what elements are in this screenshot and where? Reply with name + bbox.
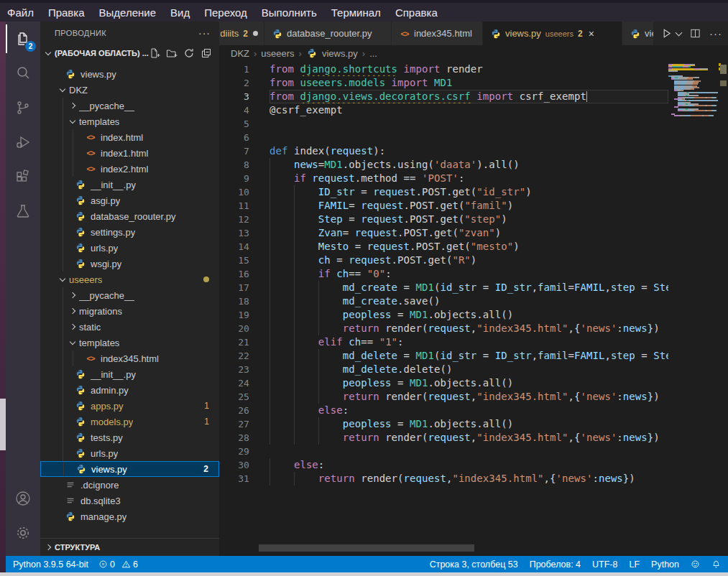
activity-run-debug-button[interactable] [6,125,40,159]
code-line-14[interactable]: 14 Mesto = request.POST.get("mesto") [219,240,668,254]
tree-item-index-html[interactable]: <>index.html [40,129,219,145]
code-line-18[interactable]: 18 md_create.save() [219,294,668,308]
explorer-more-actions-icon[interactable]: ··· [198,27,211,39]
new-file-icon[interactable] [149,47,160,59]
run-button[interactable] [661,28,672,39]
tree-item-models-py[interactable]: models.py1 [40,414,219,429]
tree-item-tests-py[interactable]: tests.py [40,429,219,445]
tree-item-index1-html[interactable]: <>index1.html [40,145,219,161]
code-line-22[interactable]: 22 md_delete = MD1(id_str = ID_str,famil… [219,349,668,363]
activity-account-button[interactable] [6,481,40,516]
menu-item-2[interactable]: Правка [41,4,92,22]
tree-item--init-py[interactable]: __init__.py [40,366,219,382]
minimap[interactable] [668,64,719,116]
activity-extensions-button[interactable] [6,159,40,194]
activity-search-button[interactable] [6,56,40,90]
tree-item-migrations[interactable]: migrations [40,303,219,319]
tab-diiits[interactable]: diiits2 [219,22,264,45]
code-line-3[interactable]: 3from django.views.decorators.csrf impor… [219,90,668,103]
cursor-position[interactable]: Строка 3, столбец 53 [430,559,518,570]
new-folder-icon[interactable] [166,47,178,59]
encoding[interactable]: UTF-8 [592,559,617,570]
collapse-folders-icon[interactable] [201,47,212,59]
tree-item--pycache-[interactable]: __pycache__ [40,287,219,303]
breadcrumb-item[interactable]: views.py [322,48,358,59]
tree-item-index345-html[interactable]: <>index345.html [40,350,219,366]
outline-section-header[interactable]: СТРУКТУРА [40,538,219,556]
close-icon[interactable]: × [589,29,594,39]
code-line-4[interactable]: 4@csrf_exempt [219,103,668,117]
code-line-29[interactable]: 29 [219,445,668,458]
horizontal-scrollbar[interactable] [259,544,474,552]
tab-index345-html[interactable]: <>index345.html [392,22,483,45]
refresh-explorer-icon[interactable] [183,47,195,59]
tree-item-views-py[interactable]: views.py2 [40,461,219,477]
code-line-26[interactable]: 26 else: [219,404,668,417]
tree-item-dkz[interactable]: DKZ [40,82,219,98]
breadcrumb-item[interactable]: useeers [261,48,294,59]
tree-item-urls-py[interactable]: urls.py [40,240,219,256]
code-line-1[interactable]: 1from django.shortcuts import render [219,62,668,76]
breadcrumb-item[interactable]: DKZ [231,48,249,59]
tree-item-urls-py[interactable]: urls.py [40,445,219,461]
python-interpreter[interactable]: Python 3.9.5 64-bit [13,559,88,570]
menu-item-8[interactable]: Справка [388,4,445,22]
activity-source-control-button[interactable] [6,90,40,125]
tree-item-admin-py[interactable]: admin.py [40,382,219,398]
tab-vie[interactable]: vie [622,22,654,45]
code-line-24[interactable]: 24 peopless = MD1.objects.all() [219,376,668,390]
workspace-section-header[interactable]: (РАБОЧАЯ ОБЛАСТЬ) ... [40,45,219,62]
activity-explorer-button[interactable]: 2 [6,22,40,56]
tree-item--pycache-[interactable]: __pycache__ [40,98,219,113]
tree-item-useeers[interactable]: useeers [40,271,219,287]
notifications[interactable] [711,559,721,569]
tree-item-manage-py[interactable]: manage.py [40,508,219,524]
code-line-17[interactable]: 17 md_create = MD1(id_str = ID_str,famil… [219,281,668,294]
tab-views-py[interactable]: views.pyuseeers2× [483,22,622,45]
code-line-5[interactable]: 5 [219,117,668,131]
code-line-23[interactable]: 23 md_delete.delete() [219,363,668,376]
code-line-7[interactable]: 7def index(request): [219,144,668,158]
code-line-6[interactable]: 6 [219,131,668,144]
code-area[interactable]: 1from django.shortcuts import render2fro… [219,62,668,486]
code-line-10[interactable]: 10 ID_str = request.POST.get("id_str") [219,185,668,199]
menu-item-1[interactable]: Файл [0,4,41,22]
code-line-20[interactable]: 20 return render(request,"index345.html"… [219,322,668,335]
code-line-16[interactable]: 16 if ch== "0": [219,267,668,281]
tree-item-apps-py[interactable]: apps.py1 [40,398,219,414]
chevron-down-icon[interactable] [676,29,683,37]
code-line-11[interactable]: 11 FAMIL= request.POST.get("famil") [219,199,668,213]
tree-item-templates[interactable]: templates [40,113,219,129]
code-line-12[interactable]: 12 Step = request.POST.get("step") [219,213,668,226]
code-line-15[interactable]: 15 ch = request.POST.get("R") [219,254,668,267]
menu-item-6[interactable]: Выполнить [254,4,324,22]
code-line-8[interactable]: 8 news=MD1.objects.using('daata').all() [219,158,668,172]
code-line-31[interactable]: 31 return render(request,"index345.html"… [219,472,668,486]
code-line-30[interactable]: 30 else: [219,458,668,472]
code-line-13[interactable]: 13 Zvan= request.POST.get("zvan") [219,226,668,240]
editor-content[interactable]: 1from django.shortcuts import render2fro… [219,61,728,556]
activity-settings-button[interactable] [6,516,40,550]
feedback[interactable] [691,559,700,569]
code-line-2[interactable]: 2from useeers.models import MD1 [219,76,668,90]
tree-item-static[interactable]: static [40,319,219,335]
tree-item-index2-html[interactable]: <>index2.html [40,161,219,177]
more-actions-icon[interactable]: ··· [709,27,722,40]
menu-item-7[interactable]: Терминал [324,4,388,22]
tree-item--dcignore[interactable]: .dcignore [40,477,219,493]
code-line-28[interactable]: 28 return render(request,"index345.html"… [219,431,668,445]
language-mode[interactable]: Python [651,559,679,570]
tree-item-database-roouter-py[interactable]: database_roouter.py [40,208,219,224]
menu-item-3[interactable]: Выделение [92,4,163,22]
breadcrumb-item[interactable]: ... [369,48,377,59]
tab-database-roouter-py[interactable]: database_roouter.py [264,22,392,45]
indentation[interactable]: Пробелов: 4 [530,559,581,570]
menu-item-4[interactable]: Вид [163,4,197,22]
tree-item-views-py[interactable]: views.py [40,66,219,82]
tree-item-settings-py[interactable]: settings.py [40,224,219,240]
problems-status[interactable]: 06 [98,559,138,570]
eol[interactable]: LF [629,559,640,570]
tree-item-db-sqlite3[interactable]: db.sqlite3 [40,493,219,508]
tree-item--init-py[interactable]: __init__.py [40,177,219,192]
tree-item-wsgi-py[interactable]: wsgi.py [40,256,219,271]
